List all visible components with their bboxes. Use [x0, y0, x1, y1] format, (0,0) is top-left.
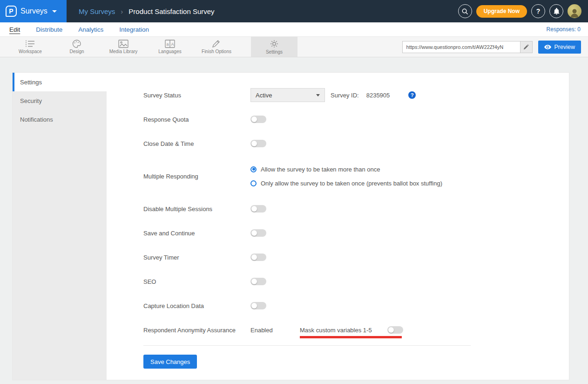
- chevron-down-icon: [316, 94, 320, 96]
- chevron-down-icon: [52, 10, 57, 13]
- svg-text:A: A: [171, 42, 174, 47]
- capture-location-data-toggle[interactable]: [250, 302, 266, 309]
- capture-location-data-row: Capture Location Data: [143, 294, 558, 318]
- preview-label: Preview: [554, 44, 575, 50]
- respondent-anonymity-row: Respondent Anonymity Assurance Enabled M…: [143, 318, 558, 342]
- breadcrumb: My Surveys › Product Satisfaction Survey: [79, 7, 215, 15]
- survey-id-label: Survey ID:: [331, 92, 359, 99]
- survey-id-help-icon[interactable]: ?: [408, 91, 416, 99]
- breadcrumb-separator: ›: [121, 7, 123, 15]
- disable-multiple-sessions-toggle[interactable]: [250, 205, 266, 213]
- mask-custom-variables-label: Mask custom variables 1-5: [300, 327, 372, 334]
- section-tabs: Edit Distribute Analytics Integration Re…: [0, 22, 588, 36]
- media-library-icon: [118, 40, 128, 48]
- survey-url-field: [402, 41, 533, 53]
- sidebar-item-label: Security: [20, 97, 42, 104]
- capture-location-data-label: Capture Location Data: [143, 302, 250, 309]
- question-mark-icon: ?: [536, 7, 541, 15]
- sidebar-item-security[interactable]: Security: [13, 91, 107, 110]
- edit-url-button[interactable]: [520, 41, 532, 53]
- top-bar: P Surveys My Surveys › Product Satisfact…: [0, 0, 588, 22]
- tab-integration[interactable]: Integration: [119, 26, 149, 33]
- search-icon: [461, 8, 468, 15]
- tab-edit[interactable]: Edit: [9, 26, 20, 33]
- seo-toggle[interactable]: [250, 278, 266, 285]
- radio-allow-multiple[interactable]: Allow the survey to be taken more than o…: [250, 166, 442, 173]
- seo-row: SEO: [143, 269, 558, 294]
- radio-unselected-icon: [250, 180, 257, 186]
- toolbar-item-media-library[interactable]: Media Library: [100, 37, 147, 57]
- finish-options-icon: [212, 40, 221, 48]
- response-quota-label: Response Quota: [143, 116, 250, 123]
- survey-timer-label: Survey Timer: [143, 254, 250, 261]
- sidebar-item-label: Settings: [20, 79, 42, 86]
- upgrade-now-button[interactable]: Upgrade Now: [476, 5, 527, 18]
- response-quota-toggle[interactable]: [250, 116, 266, 123]
- help-button[interactable]: ?: [531, 4, 545, 18]
- user-silhouette-icon: [569, 7, 580, 18]
- eye-icon: [544, 45, 551, 49]
- bell-icon: [553, 8, 560, 15]
- toolbar-item-label: Media Library: [109, 49, 138, 54]
- survey-status-select[interactable]: Active: [250, 88, 325, 102]
- design-icon: [72, 40, 81, 48]
- settings-gear-icon: [270, 39, 279, 48]
- tab-analytics[interactable]: Analytics: [78, 26, 103, 33]
- svg-text:a: a: [167, 42, 169, 47]
- survey-status-value: Active: [256, 92, 272, 99]
- radio-label: Only allow the survey to be taken once (…: [261, 180, 442, 187]
- top-actions: Upgrade Now ?: [458, 4, 588, 18]
- toolbar-item-label: Languages: [158, 49, 182, 54]
- close-date-time-toggle[interactable]: [250, 140, 266, 147]
- radio-label: Allow the survey to be taken more than o…: [261, 166, 380, 173]
- multiple-responding-label: Multiple Responding: [143, 173, 250, 180]
- survey-status-label: Survey Status: [143, 92, 250, 99]
- breadcrumb-my-surveys[interactable]: My Surveys: [79, 7, 115, 15]
- settings-form: Survey Status Active Survey ID: 8235905 …: [107, 73, 569, 380]
- settings-sidebar: Settings Security Notifications: [13, 73, 107, 380]
- toolbar-item-label: Settings: [266, 49, 283, 55]
- page-title: Product Satisfaction Survey: [128, 7, 214, 15]
- avatar[interactable]: [568, 4, 581, 18]
- sidebar-item-notifications[interactable]: Notifications: [13, 110, 107, 129]
- multiple-responding-row: Multiple Responding Allow the survey to …: [143, 156, 558, 197]
- preview-button[interactable]: Preview: [538, 41, 581, 54]
- respondent-anonymity-label: Respondent Anonymity Assurance: [143, 327, 250, 334]
- survey-url-input[interactable]: [403, 41, 520, 53]
- settings-card: Settings Security Notifications Survey S…: [12, 72, 569, 380]
- disable-multiple-sessions-label: Disable Multiple Sessions: [143, 206, 250, 213]
- edit-toolbar: Workspace Design Media Library aA Langua…: [0, 36, 588, 57]
- save-changes-button[interactable]: Save Changes: [143, 355, 197, 369]
- languages-icon: aA: [165, 40, 175, 48]
- toolbar-right: Preview: [402, 37, 588, 57]
- toolbar-item-settings[interactable]: Settings: [251, 37, 297, 57]
- pencil-icon: [523, 44, 529, 50]
- survey-status-row: Survey Status Active Survey ID: 8235905 …: [143, 83, 558, 107]
- toolbar-item-design[interactable]: Design: [54, 37, 100, 57]
- response-quota-row: Response Quota: [143, 107, 558, 131]
- product-switcher[interactable]: P Surveys: [0, 0, 67, 22]
- survey-id-value: 8235905: [366, 92, 390, 99]
- toolbar-item-finish-options[interactable]: Finish Options: [193, 37, 240, 57]
- responses-count[interactable]: Responses: 0: [547, 26, 581, 33]
- search-button[interactable]: [458, 4, 472, 18]
- disable-multiple-sessions-row: Disable Multiple Sessions: [143, 197, 558, 221]
- toolbar-item-languages[interactable]: aA Languages: [147, 37, 193, 57]
- seo-label: SEO: [143, 278, 250, 285]
- tab-distribute[interactable]: Distribute: [36, 26, 62, 33]
- annotation-underline: [300, 336, 402, 338]
- workspace-icon: [25, 40, 35, 48]
- questionpro-logo-icon: P: [6, 6, 17, 17]
- survey-timer-toggle[interactable]: [250, 254, 266, 261]
- toolbar-item-workspace[interactable]: Workspace: [7, 37, 54, 57]
- save-and-continue-toggle[interactable]: [250, 229, 266, 237]
- sidebar-item-settings[interactable]: Settings: [13, 73, 107, 91]
- form-divider: [143, 345, 471, 346]
- mask-custom-variables-toggle[interactable]: [387, 326, 403, 334]
- multiple-responding-options: Allow the survey to be taken more than o…: [250, 166, 442, 187]
- radio-only-once[interactable]: Only allow the survey to be taken once (…: [250, 180, 442, 187]
- save-and-continue-row: Save and Continue: [143, 221, 558, 245]
- main-content: Settings Security Notifications Survey S…: [0, 57, 588, 384]
- notifications-button[interactable]: [549, 4, 563, 18]
- toolbar-item-label: Finish Options: [202, 49, 231, 54]
